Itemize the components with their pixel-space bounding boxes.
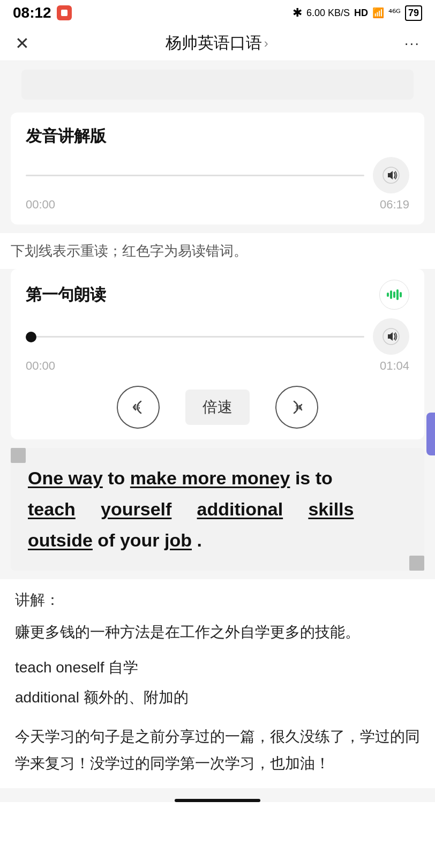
svg-rect-2 bbox=[387, 293, 389, 297]
pronounce-audio-bar[interactable] bbox=[26, 175, 364, 176]
quote-text: One way to make more money is to teach y… bbox=[28, 463, 407, 556]
reading-speaker-button[interactable] bbox=[373, 318, 409, 355]
svg-text:15: 15 bbox=[133, 404, 140, 410]
bluetooth-icon: ✱ bbox=[292, 6, 302, 20]
network-speed: 6.00 KB/S bbox=[306, 8, 350, 19]
reading-time-end: 01:04 bbox=[380, 359, 409, 373]
reading-audio-dot bbox=[26, 332, 36, 342]
quote-skills: skills bbox=[308, 499, 354, 519]
wave-icon-button[interactable] bbox=[379, 280, 409, 310]
hd-label: HD bbox=[354, 8, 368, 19]
quote-outside: outside bbox=[28, 530, 93, 550]
reading-card-title: 第一句朗读 bbox=[26, 284, 106, 306]
reading-time-row: 00:00 01:04 bbox=[26, 359, 409, 373]
signal-4g-icon: ⁴⁶ᴳ bbox=[388, 7, 401, 19]
svg-rect-6 bbox=[400, 292, 402, 297]
pronounce-time-end: 06:19 bbox=[380, 198, 409, 212]
quote-block: One way to make more money is to teach y… bbox=[11, 448, 424, 571]
pronounce-time-row: 00:00 06:19 bbox=[26, 198, 409, 212]
reading-time-start: 00:00 bbox=[26, 359, 55, 373]
header-title-row: 杨帅英语口语 › bbox=[166, 32, 268, 54]
quote-job: job bbox=[164, 530, 192, 550]
pronounce-speaker-button[interactable] bbox=[373, 157, 409, 193]
chevron-right-icon[interactable]: › bbox=[264, 36, 268, 51]
pronounce-audio-bar-container bbox=[26, 157, 409, 193]
rewind-button[interactable]: 15 bbox=[117, 386, 160, 429]
status-right: ✱ 6.00 KB/S HD 📶 ⁴⁶ᴳ 79 bbox=[292, 5, 422, 21]
svg-rect-0 bbox=[61, 10, 68, 16]
svg-rect-5 bbox=[396, 289, 399, 300]
vocab-item-1: teach oneself 自学 bbox=[15, 653, 420, 683]
quote-make-more-money: make more money bbox=[130, 468, 290, 488]
svg-text:15: 15 bbox=[295, 404, 302, 410]
svg-rect-3 bbox=[390, 290, 392, 299]
pronounce-card: 发音讲解版 00:00 06:19 bbox=[11, 113, 424, 225]
close-button[interactable]: ✕ bbox=[15, 33, 29, 54]
quote-teach: teach bbox=[28, 499, 76, 519]
signal-icon: 📶 bbox=[372, 7, 384, 19]
reading-audio-bar-container bbox=[26, 318, 409, 355]
status-bar: 08:12 ✱ 6.00 KB/S HD 📶 ⁴⁶ᴳ 79 bbox=[0, 0, 435, 26]
page-header: ✕ 杨帅英语口语 › ··· bbox=[0, 26, 435, 61]
note-text: 下划线表示重读；红色字为易读错词。 bbox=[0, 233, 435, 269]
quote-one-way: One way bbox=[28, 468, 103, 488]
reading-card: 第一句朗读 bbox=[11, 269, 424, 439]
forward-button[interactable]: 15 bbox=[275, 386, 318, 429]
controls-row: 15 倍速 15 bbox=[26, 386, 409, 429]
reading-audio-bar[interactable] bbox=[26, 336, 364, 338]
top-placeholder-bar bbox=[21, 70, 414, 100]
vocab-item-2: additional 额外的、附加的 bbox=[15, 683, 420, 713]
reading-card-header: 第一句朗读 bbox=[26, 280, 409, 310]
more-options-button[interactable]: ··· bbox=[404, 35, 420, 52]
bottom-indicator bbox=[175, 799, 260, 802]
pronounce-time-start: 00:00 bbox=[26, 198, 55, 212]
speed-button[interactable]: 倍速 bbox=[185, 390, 250, 425]
vocab-items: teach oneself 自学 additional 额外的、附加的 bbox=[15, 653, 420, 713]
quote-corner-top-left bbox=[11, 448, 26, 463]
quote-additional: additional bbox=[197, 499, 283, 519]
pronounce-card-title: 发音讲解版 bbox=[26, 125, 409, 147]
quote-yourself: yourself bbox=[101, 499, 171, 519]
notification-icon bbox=[57, 5, 72, 20]
explanation-text: 赚更多钱的一种方法是在工作之外自学更多的技能。 bbox=[15, 619, 420, 646]
explanation-note: 今天学习的句子是之前分享过的一篇，很久没练了，学过的同学来复习！没学过的同学第一… bbox=[15, 723, 420, 777]
right-tab[interactable] bbox=[426, 413, 435, 455]
explanation-label: 讲解： bbox=[15, 590, 420, 610]
svg-rect-4 bbox=[393, 291, 395, 298]
page-title: 杨帅英语口语 bbox=[166, 32, 262, 54]
status-time: 08:12 bbox=[13, 4, 51, 21]
explanation-section: 讲解： 赚更多钱的一种方法是在工作之外自学更多的技能。 teach onesel… bbox=[0, 579, 435, 788]
quote-corner-bottom-right bbox=[409, 556, 424, 571]
content-area: 发音讲解版 00:00 06:19 下划线表示重读；红色字为易读错词。 第一句朗… bbox=[0, 61, 435, 802]
battery-indicator: 79 bbox=[405, 5, 422, 21]
